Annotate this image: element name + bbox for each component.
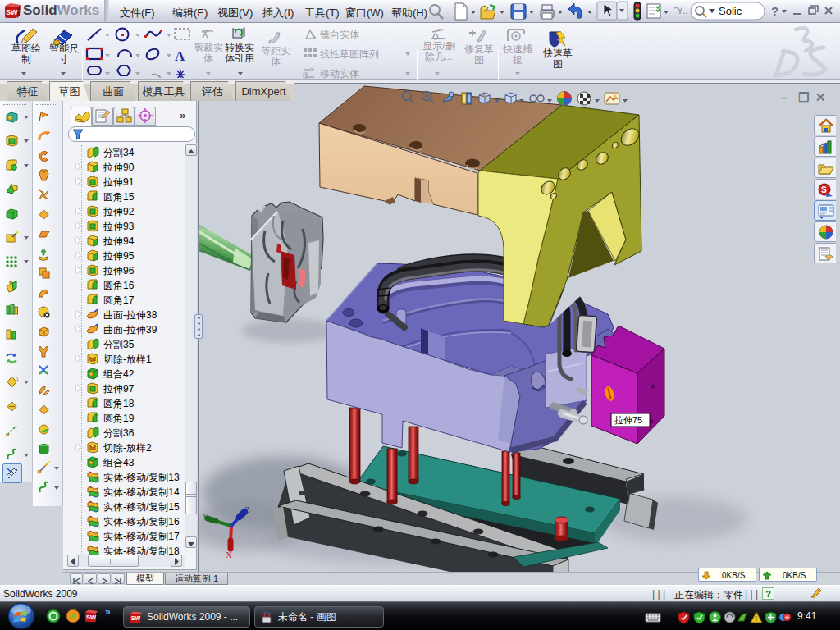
svg-text:!: ! [755,614,757,623]
svg-text:A: A [175,48,185,64]
svg-text:SW: SW [6,8,18,16]
svg-text:?: ? [771,4,778,18]
svg-text:Solic: Solic [719,5,742,17]
svg-text:X: X [226,550,232,559]
svg-text:拉伸75: 拉伸75 [614,415,642,425]
svg-text:SW: SW [86,614,97,621]
svg-text:S: S [821,185,827,194]
svg-text:Y: Y [202,511,208,521]
svg-text:Ὓ..: Ὓ.. [674,6,688,16]
svg-text:SW: SW [131,615,141,622]
svg-text:Z: Z [244,504,250,514]
